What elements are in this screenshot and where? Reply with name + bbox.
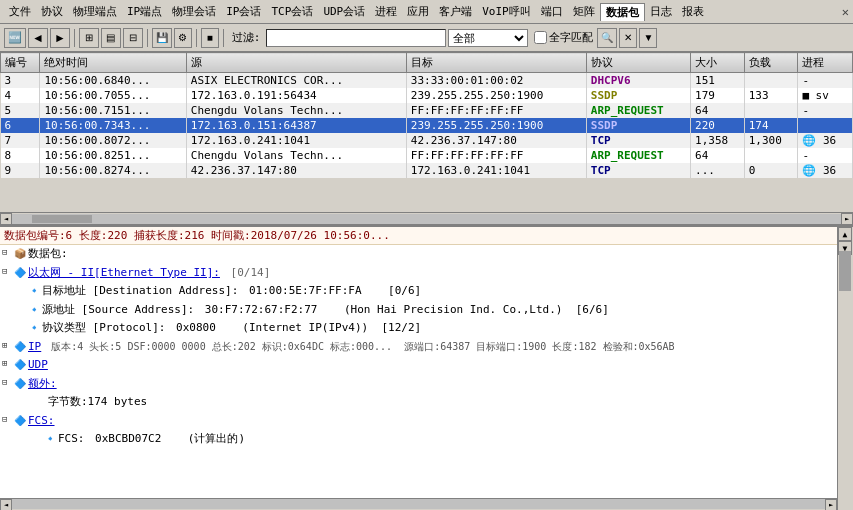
cell-size: 179 (691, 88, 745, 103)
table-scroll-area[interactable]: 编号 绝对时间 源 目标 协议 大小 负载 进程 3 10:56:00.6840… (0, 52, 853, 212)
toolbar-both-btn[interactable]: ⊟ (123, 28, 143, 48)
tree-extra-node[interactable]: ⊟ 🔷 额外: (0, 375, 837, 394)
menu-client[interactable]: 客户端 (434, 2, 477, 21)
tree-label-fcs[interactable]: FCS: (28, 413, 55, 430)
col-header-proc[interactable]: 进程 (798, 53, 853, 73)
h-scroll-track[interactable] (12, 214, 841, 224)
fullmatch-label: 全字匹配 (549, 30, 593, 45)
table-row[interactable]: 5 10:56:00.7151... Chengdu Volans Techn.… (1, 103, 853, 118)
h-scroll-right-btn[interactable]: ► (841, 213, 853, 225)
close-icon[interactable]: ✕ (842, 5, 849, 19)
table-row[interactable]: 4 10:56:00.7055... 172.163.0.191:56434 2… (1, 88, 853, 103)
menu-log[interactable]: 日志 (645, 2, 677, 21)
save-icon: 💾 (156, 32, 168, 43)
v-scroll-up-btn[interactable]: ▲ (838, 227, 852, 241)
menu-physical-endpoint[interactable]: 物理端点 (68, 2, 122, 21)
menu-process[interactable]: 进程 (370, 2, 402, 21)
toolbar-table-btn[interactable]: ⊞ (79, 28, 99, 48)
clear-icon: ✕ (624, 32, 632, 43)
menu-udp-session[interactable]: UDP会话 (318, 2, 370, 21)
col-header-size[interactable]: 大小 (691, 53, 745, 73)
packet-table-container: 编号 绝对时间 源 目标 协议 大小 负载 进程 3 10:56:00.6840… (0, 52, 853, 227)
cell-time: 10:56:00.6840... (40, 73, 186, 89)
menu-physical-session[interactable]: 物理会话 (167, 2, 221, 21)
toolbar-forward-btn[interactable] (50, 28, 70, 48)
table-row[interactable]: 8 10:56:00.8251... Chengdu Volans Techn.… (1, 148, 853, 163)
cell-time: 10:56:00.7343... (40, 118, 186, 133)
tree-src-addr[interactable]: 🔹 源地址 [Source Address]: 30:F7:72:67:F2:7… (0, 301, 837, 320)
tree-ethernet-node[interactable]: ⊟ 🔷 以太网 - II[Ethernet Type II]: [0/14] (0, 264, 837, 283)
tree-label-extra[interactable]: 额外: (28, 376, 57, 393)
toolbar-detail-btn[interactable]: ▤ (101, 28, 121, 48)
expand-icon-extra[interactable]: ⊟ (2, 376, 14, 390)
expand-icon-eth[interactable]: ⊟ (2, 265, 14, 279)
tree-dst-addr[interactable]: 🔹 目标地址 [Destination Address]: 01:00:5E:7… (0, 282, 837, 301)
search-btn[interactable]: 🔍 (597, 28, 617, 48)
clear-filter-btn[interactable]: ✕ (619, 28, 637, 48)
col-header-src[interactable]: 源 (186, 53, 406, 73)
tree-proto-type[interactable]: 🔹 协议类型 [Protocol]: 0x0800 (Internet IP(I… (0, 319, 837, 338)
detail-h-scroll-track[interactable] (12, 499, 825, 509)
col-header-load[interactable]: 负载 (744, 53, 798, 73)
table-row[interactable]: 6 10:56:00.7343... 172.163.0.151:64387 2… (1, 118, 853, 133)
tree-udp-node[interactable]: ⊞ 🔷 UDP (0, 356, 837, 375)
menu-file[interactable]: 文件 (4, 2, 36, 21)
tree-label-ip[interactable]: IP (28, 339, 41, 356)
expand-icon-src (16, 302, 28, 316)
tree-label-udp[interactable]: UDP (28, 357, 48, 374)
tree-fcs-node[interactable]: ⊟ 🔷 FCS: (0, 412, 837, 431)
arrow-right-icon (54, 31, 66, 45)
fullmatch-checkbox[interactable] (534, 31, 547, 44)
menu-ip-endpoint[interactable]: IP端点 (122, 2, 167, 21)
table-row[interactable]: 3 10:56:00.6840... ASIX ELECTRONICS COR.… (1, 73, 853, 89)
detail-h-scroll-left[interactable]: ◄ (0, 499, 12, 510)
detail-h-scroll-right[interactable]: ► (825, 499, 837, 510)
col-header-id[interactable]: 编号 (1, 53, 40, 73)
toolbar-new-btn[interactable]: 🆕 (4, 28, 26, 48)
ip-icon: 🔷 (14, 339, 26, 354)
menu-voip[interactable]: VoIP呼叫 (477, 2, 536, 21)
right-scrollbar[interactable]: ▲ ▼ (837, 227, 853, 510)
menu-packet[interactable]: 数据包 (600, 3, 645, 21)
table-row[interactable]: 7 10:56:00.8072... 172.163.0.241:1041 42… (1, 133, 853, 148)
table-row[interactable]: 9 10:56:00.8274... 42.236.37.147:80 172.… (1, 163, 853, 178)
table-h-scrollbar[interactable]: ◄ ► (0, 212, 853, 224)
proto-icon: 🔹 (28, 320, 40, 335)
cell-load: 1,300 (744, 133, 798, 148)
stop-icon (207, 32, 213, 43)
menu-tcp-session[interactable]: TCP会话 (267, 2, 319, 21)
toolbar-save-btn[interactable]: 💾 (152, 28, 172, 48)
menu-ip-session[interactable]: IP会话 (221, 2, 266, 21)
col-header-time[interactable]: 绝对时间 (40, 53, 186, 73)
fullmatch-checkbox-label: 全字匹配 (534, 30, 593, 45)
tree-fcs-value[interactable]: 🔹 FCS: 0xBCBD07C2 (计算出的) (0, 430, 837, 449)
detail-h-scrollbar[interactable]: ◄ ► (0, 498, 837, 510)
tree-ip-node[interactable]: ⊞ 🔷 IP 版本:4 头长:5 DSF:0000 0000 总长:202 标识… (0, 338, 837, 357)
col-header-dst[interactable]: 目标 (406, 53, 586, 73)
menu-matrix[interactable]: 矩阵 (568, 2, 600, 21)
expand-icon-ip[interactable]: ⊞ (2, 339, 14, 353)
menu-app[interactable]: 应用 (402, 2, 434, 21)
tree-packet-root[interactable]: ⊟ 📦 数据包: (0, 245, 837, 264)
expand-icon[interactable]: ⊟ (2, 246, 14, 260)
expand-icon-udp[interactable]: ⊞ (2, 357, 14, 371)
menu-report[interactable]: 报表 (677, 2, 709, 21)
expand-icon-fcs[interactable]: ⊟ (2, 413, 14, 427)
toolbar-settings-btn[interactable]: ⚙ (174, 28, 192, 48)
search-icon: 🔍 (601, 32, 613, 43)
col-header-proto[interactable]: 协议 (586, 53, 690, 73)
h-scroll-left-btn[interactable]: ◄ (0, 213, 12, 225)
cell-id: 9 (1, 163, 40, 178)
gear-icon: ⚙ (178, 32, 187, 43)
detail-content[interactable]: ⊟ 📦 数据包: ⊟ 🔷 以太网 - II[Ethernet Type II]:… (0, 245, 837, 498)
cell-size: 1,358 (691, 133, 745, 148)
filter-input[interactable] (266, 29, 446, 47)
filter-select[interactable]: 全部 (448, 29, 528, 47)
tree-label-ethernet[interactable]: 以太网 - II[Ethernet Type II]: (28, 265, 220, 282)
more-btn[interactable]: ▼ (639, 28, 657, 48)
toolbar-back-btn[interactable] (28, 28, 48, 48)
menu-protocol[interactable]: 协议 (36, 2, 68, 21)
toolbar-stop-btn[interactable] (201, 28, 219, 48)
cell-protocol: TCP (586, 163, 690, 178)
menu-port[interactable]: 端口 (536, 2, 568, 21)
